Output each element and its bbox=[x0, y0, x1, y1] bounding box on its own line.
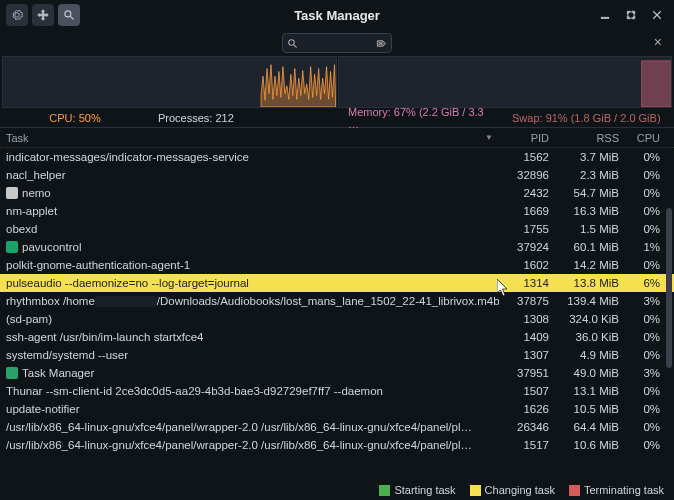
svg-point-5 bbox=[289, 39, 295, 45]
task-cell: obexd bbox=[0, 223, 499, 235]
process-name: polkit-gnome-authentication-agent-1 bbox=[6, 259, 190, 271]
search-toggle-button[interactable] bbox=[58, 4, 80, 26]
table-row[interactable]: nacl_helper328962.3 MiB0% bbox=[0, 166, 674, 184]
rss-cell: 2.3 MiB bbox=[549, 169, 619, 181]
table-row[interactable]: Task Manager3795149.0 MiB3% bbox=[0, 364, 674, 382]
task-cell: Thunar --sm-client-id 2ce3dc0d5-aa29-4b3… bbox=[0, 385, 499, 397]
process-icon bbox=[6, 187, 18, 199]
process-name: pulseaudio --daemonize=no --log-target=j… bbox=[6, 277, 249, 289]
pid-cell: 32896 bbox=[499, 169, 549, 181]
svg-line-1 bbox=[71, 17, 74, 20]
process-name: pavucontrol bbox=[22, 241, 81, 253]
search-input[interactable] bbox=[302, 37, 372, 49]
cpu-cell: 0% bbox=[619, 259, 664, 271]
memory-stat: Memory: 67% (2.2 GiB / 3.3 … bbox=[340, 106, 504, 130]
process-name: Task Manager bbox=[22, 367, 94, 379]
table-row[interactable]: indicator-messages/indicator-messages-se… bbox=[0, 148, 674, 166]
close-button[interactable] bbox=[646, 4, 668, 26]
rss-cell: 14.2 MiB bbox=[549, 259, 619, 271]
cpu-cell: 0% bbox=[619, 151, 664, 163]
cpu-cell: 3% bbox=[619, 367, 664, 379]
rss-cell: 4.9 MiB bbox=[549, 349, 619, 361]
maximize-button[interactable] bbox=[620, 4, 642, 26]
col-header-task[interactable]: Task ▼ bbox=[0, 132, 499, 144]
table-row[interactable]: rhythmbox /home/Downloads/Audiobooks/los… bbox=[0, 292, 674, 310]
rss-cell: 49.0 MiB bbox=[549, 367, 619, 379]
cpu-cell: 0% bbox=[619, 313, 664, 325]
process-name: /usr/lib/x86_64-linux-gnu/xfce4/panel/wr… bbox=[6, 439, 472, 451]
window-title: Task Manager bbox=[80, 8, 594, 23]
move-icon bbox=[37, 9, 49, 21]
cpu-cell: 1% bbox=[619, 241, 664, 253]
pid-cell: 1314 bbox=[499, 277, 549, 289]
cpu-stat: CPU: 50% bbox=[0, 112, 150, 124]
titlebar: Task Manager bbox=[0, 0, 674, 30]
process-list[interactable]: indicator-messages/indicator-messages-se… bbox=[0, 148, 674, 458]
rss-cell: 10.6 MiB bbox=[549, 439, 619, 451]
process-name: /usr/lib/x86_64-linux-gnu/xfce4/panel/wr… bbox=[6, 421, 472, 433]
table-row[interactable]: (sd-pam)1308324.0 KiB0% bbox=[0, 310, 674, 328]
swatch-starting-icon bbox=[379, 485, 390, 496]
rss-cell: 16.3 MiB bbox=[549, 205, 619, 217]
table-row[interactable]: update-notifier162610.5 MiB0% bbox=[0, 400, 674, 418]
pid-cell: 1626 bbox=[499, 403, 549, 415]
svg-point-0 bbox=[65, 11, 71, 17]
table-row[interactable]: Thunar --sm-client-id 2ce3dc0d5-aa29-4b3… bbox=[0, 382, 674, 400]
stat-row: CPU: 50% Processes: 212 Memory: 67% (2.2… bbox=[0, 108, 674, 128]
cpu-cell: 3% bbox=[619, 295, 664, 307]
rss-cell: 324.0 KiB bbox=[549, 313, 619, 325]
minimize-button[interactable] bbox=[594, 4, 616, 26]
process-name: update-notifier bbox=[6, 403, 80, 415]
scroll-thumb[interactable] bbox=[666, 208, 672, 368]
settings-button[interactable] bbox=[6, 4, 28, 26]
process-name: nm-applet bbox=[6, 205, 57, 217]
table-row[interactable]: /usr/lib/x86_64-linux-gnu/xfce4/panel/wr… bbox=[0, 418, 674, 436]
pid-cell: 37951 bbox=[499, 367, 549, 379]
pid-cell: 1517 bbox=[499, 439, 549, 451]
table-row[interactable]: pulseaudio --daemonize=no --log-target=j… bbox=[0, 274, 674, 292]
process-name: rhythmbox /home/Downloads/Audiobooks/los… bbox=[6, 295, 499, 307]
cpu-cell: 0% bbox=[619, 439, 664, 451]
task-cell: nemo bbox=[0, 187, 499, 199]
rss-cell: 13.8 MiB bbox=[549, 277, 619, 289]
pid-cell: 1308 bbox=[499, 313, 549, 325]
task-cell: (sd-pam) bbox=[0, 313, 499, 325]
col-header-rss[interactable]: RSS bbox=[549, 132, 619, 144]
rss-cell: 3.7 MiB bbox=[549, 151, 619, 163]
gear-icon bbox=[11, 9, 23, 21]
scrollbar[interactable] bbox=[666, 148, 672, 458]
pid-cell: 1669 bbox=[499, 205, 549, 217]
task-cell: pulseaudio --daemonize=no --log-target=j… bbox=[0, 277, 499, 289]
table-row[interactable]: systemd/systemd --user13074.9 MiB0% bbox=[0, 346, 674, 364]
col-header-pid[interactable]: PID bbox=[499, 132, 549, 144]
column-headers[interactable]: Task ▼ PID RSS CPU bbox=[0, 128, 674, 148]
svg-rect-2 bbox=[601, 17, 609, 18]
rss-cell: 139.4 MiB bbox=[549, 295, 619, 307]
rss-cell: 64.4 MiB bbox=[549, 421, 619, 433]
pid-cell: 37875 bbox=[499, 295, 549, 307]
close-icon bbox=[651, 9, 663, 21]
rss-cell: 1.5 MiB bbox=[549, 223, 619, 235]
processes-stat: Processes: 212 bbox=[150, 112, 340, 124]
table-row[interactable]: ssh-agent /usr/bin/im-launch startxfce41… bbox=[0, 328, 674, 346]
table-row[interactable]: obexd17551.5 MiB0% bbox=[0, 220, 674, 238]
col-header-cpu[interactable]: CPU bbox=[619, 132, 664, 144]
task-cell: rhythmbox /home/Downloads/Audiobooks/los… bbox=[0, 295, 499, 307]
table-row[interactable]: nemo243254.7 MiB0% bbox=[0, 184, 674, 202]
move-button[interactable] bbox=[32, 4, 54, 26]
process-icon bbox=[6, 367, 18, 379]
search-box[interactable] bbox=[282, 33, 392, 53]
table-row[interactable]: pavucontrol3792460.1 MiB1% bbox=[0, 238, 674, 256]
close-search-button[interactable]: × bbox=[654, 34, 662, 50]
table-row[interactable]: polkit-gnome-authentication-agent-116021… bbox=[0, 256, 674, 274]
legend-starting-label: Starting task bbox=[394, 484, 455, 496]
table-row[interactable]: nm-applet166916.3 MiB0% bbox=[0, 202, 674, 220]
svg-rect-7 bbox=[641, 61, 671, 107]
task-cell: /usr/lib/x86_64-linux-gnu/xfce4/panel/wr… bbox=[0, 421, 499, 433]
maximize-icon bbox=[625, 9, 637, 21]
clear-search-icon[interactable] bbox=[376, 38, 387, 49]
legend-changing-label: Changing task bbox=[485, 484, 555, 496]
task-cell: nm-applet bbox=[0, 205, 499, 217]
rss-cell: 36.0 KiB bbox=[549, 331, 619, 343]
table-row[interactable]: /usr/lib/x86_64-linux-gnu/xfce4/panel/wr… bbox=[0, 436, 674, 454]
